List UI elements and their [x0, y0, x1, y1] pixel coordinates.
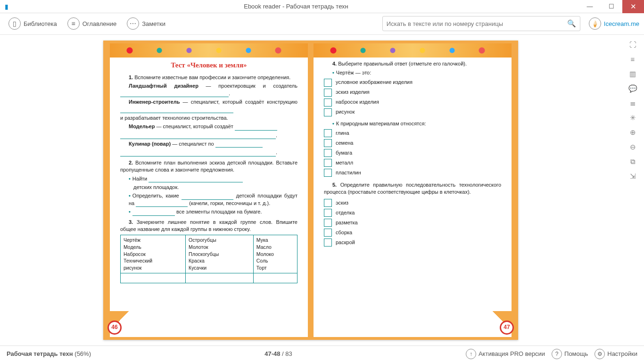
bookmark-icon[interactable]: ▥	[628, 70, 637, 79]
toc-button[interactable]: ≡Оглавление	[64, 16, 120, 32]
message-icon[interactable]: 💬	[628, 84, 637, 94]
titlebar: ▮ Ebook reader - Рабочая тетрадь техн — …	[0, 0, 644, 13]
brand-link[interactable]: 🍦Icecream.me	[589, 17, 639, 30]
search-input[interactable]	[387, 20, 567, 27]
toc-label: Оглавление	[83, 20, 116, 27]
export-icon[interactable]: ⇲	[628, 172, 637, 181]
page-decoration	[314, 43, 512, 58]
status-book-title: Рабочая тетрадь техн	[7, 350, 73, 357]
window-title: Ebook reader - Рабочая тетрадь техн	[13, 3, 579, 10]
toolbar: ▯Библиотека ≡Оглавление ⋯Заметки 🔍 🍦Icec…	[0, 13, 644, 35]
notes-button[interactable]: ⋯Заметки	[123, 16, 169, 32]
page-left: Тест «Человек и земля» 1. Вспомните изве…	[103, 41, 311, 340]
icecream-icon: 🍦	[589, 17, 601, 30]
columns-icon[interactable]: ≡	[628, 55, 637, 65]
content-area: Тест «Человек и земля» 1. Вспомните изве…	[0, 35, 644, 346]
book-icon: ▯	[8, 17, 21, 30]
copy-icon[interactable]: ⧉	[628, 157, 637, 167]
up-arrow-icon: ↑	[466, 349, 476, 359]
status-pages: 47-48	[264, 350, 280, 357]
zoom-in-icon[interactable]: ⊕	[628, 128, 637, 138]
minimize-button[interactable]: —	[579, 0, 601, 13]
page-number-left: 46	[107, 321, 122, 335]
brand-label: Icecream.me	[604, 20, 639, 27]
gear-icon: ⚙	[594, 349, 605, 359]
page-title: Тест «Человек и земля»	[120, 60, 297, 70]
library-label: Библиотека	[24, 20, 57, 27]
search-icon[interactable]: 🔍	[567, 19, 576, 28]
zoom-out-icon[interactable]: ⊖	[628, 143, 637, 152]
list-icon: ≡	[67, 17, 80, 30]
page-right: 4. Выберите правильный ответ (отметьте е…	[311, 41, 518, 340]
brightness-icon[interactable]: ✳	[628, 114, 637, 123]
page-number-right: 47	[500, 321, 514, 335]
help-button[interactable]: ?Помощь	[552, 349, 588, 359]
reader-viewport: Тест «Человек и земля» 1. Вспомните изве…	[0, 35, 621, 346]
page-spread: Тест «Человек и земля» 1. Вспомните изве…	[103, 41, 518, 340]
statusbar: Рабочая тетрадь техн (56%) 47-48 / 83 ↑А…	[0, 346, 644, 362]
app-icon: ▮	[0, 0, 13, 13]
lines-icon[interactable]: ≣	[628, 99, 637, 108]
search-box[interactable]: 🔍	[382, 16, 580, 31]
side-tools: ⛶ ≡ ▥ 💬 ≣ ✳ ⊕ ⊖ ⧉ ⇲	[621, 35, 644, 346]
comment-icon: ⋯	[127, 17, 139, 30]
settings-button[interactable]: ⚙Настройки	[594, 349, 637, 359]
pro-label: Активация PRO версии	[479, 350, 545, 357]
maximize-button[interactable]: ☐	[601, 0, 622, 13]
status-percent: (56%)	[74, 350, 91, 357]
word-groups-table: ЧертёжМодельНабросокТехническийрисунок О…	[120, 235, 297, 283]
close-button[interactable]: ✕	[622, 0, 644, 13]
help-label: Помощь	[564, 350, 588, 357]
page-decoration	[110, 43, 308, 58]
question-icon: ?	[552, 349, 562, 359]
settings-label: Настройки	[607, 350, 637, 357]
library-button[interactable]: ▯Библиотека	[5, 16, 61, 32]
notes-label: Заметки	[142, 20, 165, 27]
status-total: / 83	[280, 350, 292, 357]
fullscreen-icon[interactable]: ⛶	[628, 41, 637, 50]
pro-button[interactable]: ↑Активация PRO версии	[466, 349, 545, 359]
